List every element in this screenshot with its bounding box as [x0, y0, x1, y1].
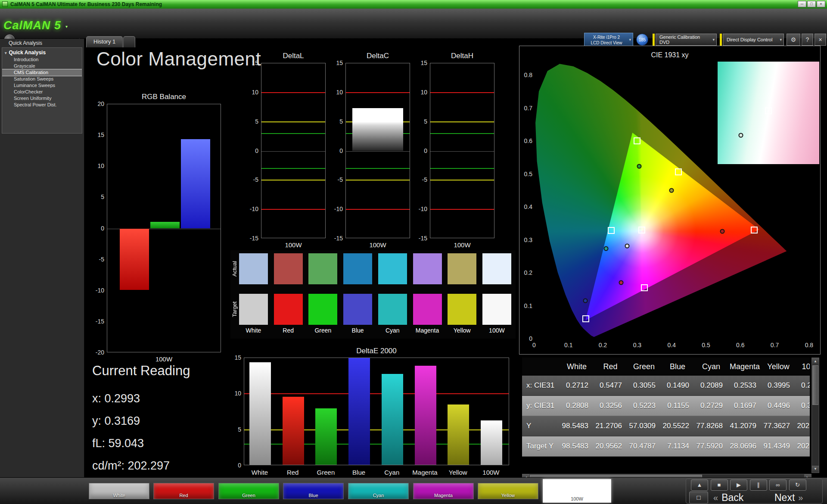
measurement-swatch-green[interactable]: Green: [218, 483, 279, 499]
swatch-label: Yellow: [478, 493, 538, 498]
y-tick-label: -5: [244, 176, 258, 183]
sidebar-item-introduction[interactable]: Introduction: [2, 56, 82, 63]
measurement-swatch-blue[interactable]: Blue: [283, 483, 344, 499]
cie-target-white: [638, 227, 645, 233]
sidebar-item-cms-calibration[interactable]: CMS Calibration: [2, 69, 82, 76]
x-axis-label: 100W: [107, 355, 221, 363]
x-tick-label: 0.8: [802, 342, 815, 348]
settings-button[interactable]: ⚙: [787, 34, 800, 46]
help-button[interactable]: ?: [802, 34, 813, 46]
deltae-bar-white: [249, 362, 271, 465]
chevron-down-icon: ▾: [629, 37, 631, 43]
y-tick-label: 0.1: [520, 302, 532, 309]
refresh-button[interactable]: ↻: [789, 479, 806, 491]
measurement-swatch-cyan[interactable]: Cyan: [348, 483, 409, 499]
sidebar-item-spectral-power-dist[interactable]: Spectral Power Dist.: [2, 102, 82, 108]
measurement-swatch-100w[interactable]: 100W: [543, 479, 611, 503]
meter-dropdown[interactable]: X-Rite i1Pro 2 LCD Direct View ▾: [584, 33, 633, 47]
sidebar-item-saturation-sweeps[interactable]: Saturation Sweeps: [2, 76, 82, 82]
close-icon: ×: [818, 36, 822, 43]
swatch-column-label: White: [236, 327, 271, 334]
minimize-button[interactable]: ─: [798, 1, 806, 7]
table-cell: 98.5483: [560, 416, 594, 436]
pause-button[interactable]: ∥: [750, 479, 767, 491]
stop-measure-button[interactable]: □: [689, 492, 708, 504]
toolbar: CalMAN 5 ▾ ◄ ◄ History 1 X-Rite i1Pro 2 …: [0, 9, 827, 39]
exit-button[interactable]: ×: [815, 34, 826, 46]
tab-history-1[interactable]: History 1: [86, 36, 123, 47]
close-button[interactable]: ×: [817, 1, 825, 7]
scroll-up-arrow[interactable]: ▲: [812, 358, 819, 365]
x-category-label: Red: [276, 469, 310, 476]
ref-line: [261, 168, 325, 169]
chart-title: RGB Balance: [107, 93, 221, 101]
sidebar-item-screen-uniformity[interactable]: Screen Uniformity: [2, 95, 82, 102]
ref-line: [261, 121, 325, 122]
y-tick-label: 10: [90, 162, 104, 169]
calman-logo[interactable]: CalMAN 5: [3, 19, 61, 32]
loop-button[interactable]: ∞: [769, 479, 787, 491]
eject-button[interactable]: ▲: [691, 479, 708, 491]
next-button[interactable]: Next »: [774, 492, 803, 504]
scroll-down-arrow[interactable]: ▼: [812, 466, 819, 473]
table-row-label: Y: [522, 416, 560, 436]
workflow-tree: ▾Quick AnalysisIntroductionGrayscaleCMS …: [2, 47, 82, 134]
actual-swatch-yellow: [448, 253, 476, 284]
table-cell: 0.2729: [694, 396, 728, 416]
x-tick-label: 0.7: [768, 342, 781, 348]
chevron-down-icon: ▾: [780, 37, 782, 42]
actual-swatch-magenta: [413, 253, 442, 284]
actual-swatch-blue: [343, 253, 372, 284]
table-corner-cell: [522, 358, 560, 376]
stop-button[interactable]: ■: [711, 479, 728, 491]
tab-add[interactable]: [123, 36, 135, 47]
table-vertical-scrollbar[interactable]: ▲ ▼: [811, 358, 819, 473]
deltae-bar-yellow: [448, 404, 469, 465]
table-cell: 0.3055: [627, 376, 661, 395]
play-button[interactable]: ▶: [730, 479, 747, 491]
measurement-swatch-red[interactable]: Red: [153, 483, 214, 499]
y-tick-label: 10: [227, 390, 241, 397]
measurement-swatch-white[interactable]: White: [89, 483, 149, 499]
x-category-label: Yellow: [441, 469, 475, 476]
measurement-swatch-magenta[interactable]: Magenta: [413, 483, 474, 499]
sidebar-item-colorchecker[interactable]: ColorChecker: [2, 89, 82, 95]
actual-swatch-white: [239, 253, 268, 284]
swatch-column-label: Yellow: [445, 327, 479, 334]
logo-dropdown-arrow[interactable]: ▾: [65, 24, 68, 29]
scrollbar-thumb[interactable]: [812, 365, 818, 405]
y-tick-label: -15: [90, 318, 104, 325]
window-title: CalMAN 5 CalMAN Ultimate for Business 23…: [10, 1, 162, 7]
table-header-cyan: Cyan: [694, 358, 728, 376]
sidebar-item-grayscale[interactable]: Grayscale: [2, 63, 82, 69]
tab-label: History 1: [93, 38, 115, 45]
cie-target-red: [751, 227, 758, 233]
display-control-dropdown[interactable]: Direct Display Control ▾: [723, 34, 784, 46]
deltae-bar-green: [315, 408, 337, 465]
swatch-label: Magenta: [414, 493, 473, 498]
y-tick-label: 0: [413, 147, 427, 154]
swatch-label: Cyan: [348, 493, 408, 498]
deltae-bar-magenta: [415, 366, 436, 465]
source-dropdown[interactable]: Generic Calibration DVD ▾: [656, 34, 717, 46]
back-button[interactable]: « Back: [713, 492, 743, 504]
table-cell: 77.3627: [762, 416, 795, 436]
workflow-title: Quick Analysis: [9, 40, 42, 46]
table-header-100w: 100W: [795, 358, 810, 376]
y-tick-label: 15: [244, 59, 258, 66]
x-tick-label: 0.5: [700, 342, 712, 348]
maximize-button[interactable]: □: [807, 1, 816, 7]
x-category-label: Cyan: [375, 469, 409, 476]
table-cell: 7.1134: [661, 436, 694, 456]
table-cell: 0.2808: [560, 396, 594, 416]
measurement-swatch-yellow[interactable]: Yellow: [478, 483, 538, 499]
swatch-column-label: Blue: [340, 327, 375, 334]
rgb-balance-plot: [107, 104, 221, 352]
ref-line: [261, 133, 325, 134]
sidebar-item-luminance-sweeps[interactable]: Luminance Sweeps: [2, 82, 82, 89]
table-header-blue: Blue: [661, 358, 694, 376]
table-row-label: Target Y: [522, 436, 560, 456]
x-axis-label: 100W: [345, 241, 410, 249]
cie-measured-yellow: [669, 188, 674, 193]
sidebar-root-quick-analysis[interactable]: ▾Quick Analysis: [2, 49, 82, 56]
